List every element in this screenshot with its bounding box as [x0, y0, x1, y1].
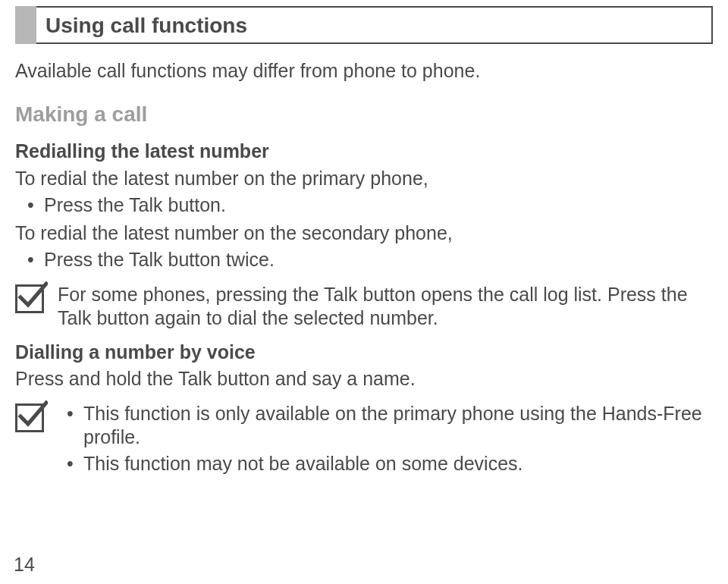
list-item: This function may not be available on so… — [83, 452, 713, 476]
list-item: Press the Talk button. — [44, 193, 713, 217]
title-accent-block — [15, 6, 36, 44]
note-2-list: This function is only available on the p… — [58, 402, 713, 476]
redial-primary-list: Press the Talk button. — [15, 193, 713, 217]
voice-body: Press and hold the Talk button and say a… — [15, 367, 713, 391]
redial-secondary-text: To redial the latest number on the secon… — [15, 221, 713, 245]
redial-secondary-list: Press the Talk button twice. — [15, 248, 713, 272]
checkmark-icon — [15, 284, 44, 313]
page-title: Using call functions — [46, 12, 247, 39]
voice-heading: Dialling a number by voice — [15, 341, 713, 364]
note-2: This function is only available on the p… — [15, 402, 713, 481]
title-box: Using call functions — [15, 6, 713, 44]
note-1-text: For some phones, pressing the Talk butto… — [58, 283, 713, 331]
checkmark-icon — [15, 403, 44, 432]
section-title: Making a call — [15, 101, 713, 127]
list-item: This function is only available on the p… — [83, 402, 713, 450]
list-item: Press the Talk button twice. — [44, 248, 713, 272]
page-number: 14 — [14, 553, 35, 576]
page: Using call functions Available call func… — [0, 0, 728, 584]
redial-heading: Redialling the latest number — [15, 140, 713, 163]
redial-primary-text: To redial the latest number on the prima… — [15, 167, 713, 190]
intro-text: Available call functions may differ from… — [15, 59, 713, 83]
content: Available call functions may differ from… — [15, 59, 713, 491]
note-1: For some phones, pressing the Talk butto… — [15, 283, 713, 331]
note-2-body: This function is only available on the p… — [58, 402, 713, 481]
